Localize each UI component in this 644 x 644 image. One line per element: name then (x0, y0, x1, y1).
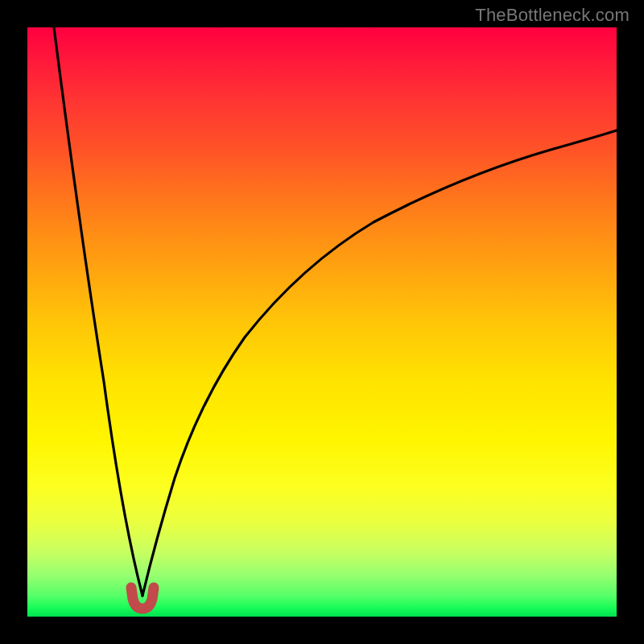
left-branch-curve (54, 27, 142, 596)
watermark-text: TheBottleneck.com (475, 5, 630, 26)
right-branch-curve (142, 130, 617, 596)
plot-area (27, 27, 617, 617)
curve-layer (27, 27, 617, 617)
outer-frame: TheBottleneck.com (0, 0, 644, 644)
